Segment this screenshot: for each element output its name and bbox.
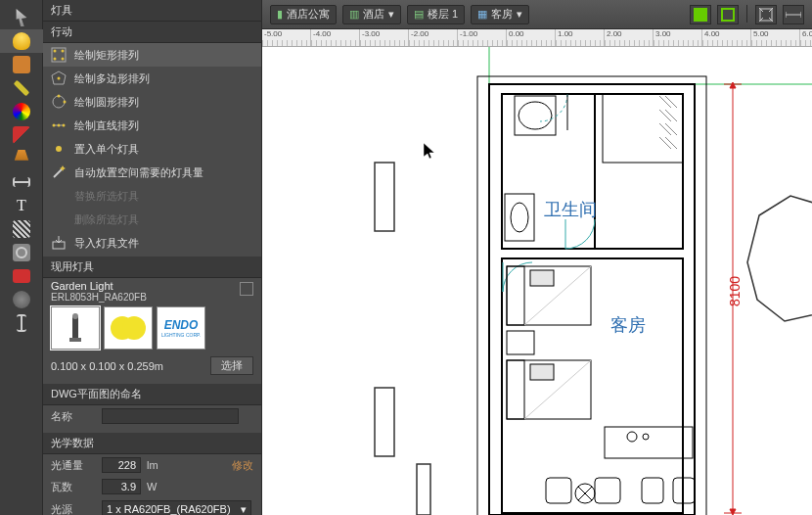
poly-array-icon [51,70,67,86]
fixture-dimensions-row: 0.100 x 0.100 x 0.259m 选择 [43,353,261,378]
view-outline-btn[interactable] [717,5,739,24]
crumb-building[interactable]: ▥ 酒店 ▾ [342,5,401,24]
main-area: ▮ 酒店公寓 ▥ 酒店 ▾ ▤ 楼层 1 ▦ 客房 ▾ -5.00 -4.00 … [262,0,812,515]
catalog-icon[interactable] [240,282,253,296]
dwg-name-input[interactable] [102,408,239,424]
source-label: 光源 [51,502,96,516]
svg-point-13 [63,124,66,127]
tool-camera[interactable] [0,241,43,264]
thumb-brand[interactable]: ENDO LIGHTING CORP. [157,306,205,350]
svg-point-57 [627,432,637,442]
action-label: 导入灯具文件 [74,236,139,251]
tool-colorwheel[interactable] [0,100,43,123]
watt-label: 瓦数 [51,480,96,494]
source-select[interactable]: 1 x RA620FB_(RA620FB) ▾ [102,500,251,515]
action-label: 置入单个灯具 [74,142,139,157]
circle-array-icon [51,94,67,110]
svg-point-2 [62,50,65,53]
svg-rect-29 [477,76,706,515]
action-replace: 替换所选灯具 [43,184,261,208]
tool-pin[interactable] [0,288,43,311]
fixture-card: Garden Light ERL8053H_RA620FB ENDO LIGHT… [43,278,261,353]
brand-text: ENDO [164,318,199,332]
action-line-array[interactable]: 绘制直线排列 [43,114,261,137]
view-fill-btn[interactable] [690,5,711,24]
action-poly-array[interactable]: 绘制多边形排列 [43,67,261,90]
svg-point-4 [62,58,65,61]
svg-line-39 [659,110,671,121]
svg-point-1 [54,50,57,53]
action-delete: 删除所选灯具 [43,208,261,231]
floorplan-svg: 8100 卫生间 客房 [262,47,812,515]
bathroom-label: 卫生间 [544,200,597,219]
svg-line-43 [659,137,671,149]
tool-measure[interactable] [0,76,43,100]
dwg-header: DWG平面图的命名 [43,384,261,405]
select-button[interactable]: 选择 [210,356,253,375]
top-view-icons [690,5,804,24]
modify-link[interactable]: 修改 [232,458,253,473]
tool-furniture[interactable] [0,53,43,76]
crumb-room[interactable]: ▦ 客房 ▾ [471,5,529,24]
svg-rect-55 [530,364,554,380]
action-label: 自动放置空间需要的灯具量 [74,165,203,180]
svg-line-40 [665,110,677,121]
tool-light-bulb[interactable] [0,29,43,53]
crumb-label: 楼层 1 [428,7,458,22]
zoom-extents-btn[interactable] [755,5,777,24]
flux-input[interactable] [102,457,141,473]
thumb-photometric[interactable] [104,306,153,350]
svg-point-14 [56,146,62,152]
svg-rect-45 [505,194,534,241]
svg-point-3 [54,58,57,61]
svg-point-7 [53,96,65,108]
flux-unit: lm [147,459,158,471]
action-import[interactable]: 导入灯具文件 [43,231,261,255]
tool-cursor[interactable] [0,6,43,29]
fixture-thumbs: ENDO LIGHTING CORP. [51,306,253,350]
crumb-floor[interactable]: ▤ 楼层 1 [407,5,465,24]
source-value: 1 x RA620FB_(RA620FB) [107,503,231,515]
crumb-label: 酒店公寓 [287,7,330,22]
measure-btn[interactable] [783,5,804,24]
crumb-project[interactable]: ▮ 酒店公寓 [270,5,337,24]
action-rect-array[interactable]: 绘制矩形排列 [43,43,261,67]
action-single[interactable]: 置入单个灯具 [43,137,261,161]
svg-point-34 [519,102,552,129]
ruler-horizontal: -5.00 -4.00 -3.00 -2.00 -1.00 0.00 1.00 … [262,29,812,47]
optics-header: 光学数据 [43,433,261,454]
flux-label: 光通量 [51,458,96,473]
project-icon: ▮ [277,8,283,21]
chevron-down-icon: ▾ [241,503,247,516]
svg-point-21 [122,316,146,340]
action-circle-array[interactable]: 绘制圆形排列 [43,90,261,114]
svg-point-8 [58,95,61,98]
svg-rect-31 [502,258,683,513]
crumb-label: 客房 [491,7,513,22]
replace-icon [51,188,67,204]
thumb-3d[interactable] [51,306,100,350]
action-label: 绘制矩形排列 [74,48,139,63]
fixture-model: ERL8053H_RA620FB [51,292,253,303]
top-bar: ▮ 酒店公寓 ▥ 酒店 ▾ ▤ 楼层 1 ▦ 客房 ▾ [262,0,812,29]
tool-text[interactable]: T [0,194,43,217]
action-label: 替换所选灯具 [74,189,139,204]
watt-input[interactable] [102,479,141,494]
import-icon [51,235,67,251]
tool-bar-red[interactable] [0,264,43,288]
svg-rect-28 [489,84,695,515]
tool-wavy[interactable] [0,217,43,241]
svg-line-41 [659,123,671,135]
bedroom-label: 客房 [610,315,646,335]
flux-row: 光通量 lm 修改 [43,454,261,476]
tool-marker[interactable] [0,123,43,147]
tool-lamp[interactable] [0,147,43,170]
svg-point-9 [64,101,67,104]
tool-dimension-v[interactable] [0,311,43,335]
action-auto[interactable]: 自动放置空间需要的灯具量 [43,161,261,184]
svg-point-19 [72,313,78,319]
canvas[interactable]: 8100 卫生间 客房 [262,47,812,515]
svg-rect-51 [530,270,554,286]
tool-dimension-h[interactable] [0,170,43,194]
room-icon: ▦ [477,8,487,21]
